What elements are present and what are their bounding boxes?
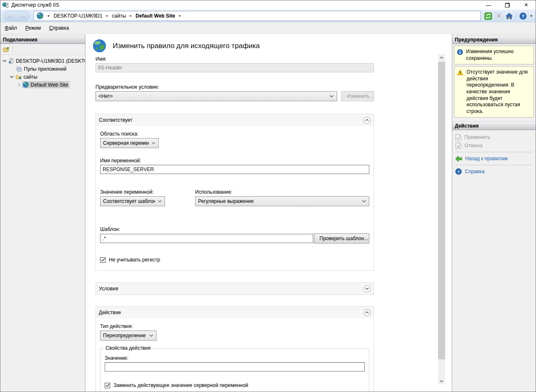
actions-header: Действия	[452, 121, 536, 130]
apply-label: Применить	[464, 134, 490, 140]
help-dropdown-caret-icon[interactable]: ▾	[530, 14, 532, 18]
actions-divider	[455, 165, 533, 165]
forward-nav-button[interactable]: →	[20, 13, 26, 19]
replace-value-row: Заменить действующее значение серверной …	[105, 382, 365, 388]
breadcrumb-separator-icon: ►	[178, 14, 181, 17]
menu-file[interactable]: Файл	[5, 25, 17, 31]
connections-panel: Подключения DESKTOP-U1MK9D1 (DESKTOP Пул…	[0, 34, 85, 392]
scope-select[interactable]: Серверная переменн	[100, 138, 159, 148]
match-section-body: Область поиска: Серверная переменн Имя п…	[96, 126, 374, 270]
home-icon[interactable]	[505, 12, 513, 20]
cancel-label: Отмена	[464, 143, 482, 149]
help-icon[interactable]: ?	[519, 12, 527, 20]
vertical-scrollbar[interactable]	[438, 54, 445, 384]
site-globe-icon	[23, 82, 29, 88]
actions-list: Применить Отмена Назад к правилам ? Спра…	[452, 130, 536, 176]
precondition-select[interactable]: <Нет>	[95, 91, 337, 101]
toolbar-divider	[516, 12, 516, 20]
warnings-header: Предупреждения	[452, 35, 536, 44]
iis-manager-window: Диспетчер служб IIS — × ← → ► DESKTOP-U1…	[0, 0, 536, 392]
breadcrumb-separator-icon: ►	[106, 14, 108, 17]
replace-value-checkbox[interactable]	[105, 383, 110, 388]
ignore-case-checkbox[interactable]	[100, 257, 106, 263]
variable-value-select[interactable]: Соответствует шаблону	[100, 196, 165, 206]
chevron-down-icon	[362, 200, 366, 202]
value-using-row: Значение переменной: Соответствует шабло…	[100, 189, 369, 206]
help-label: Справка	[465, 169, 484, 174]
scroll-down-button[interactable]	[438, 377, 445, 384]
action-properties-title: Свойства действия	[104, 345, 152, 351]
collapse-section-button[interactable]	[363, 309, 371, 316]
tree-selection[interactable]: Default Web Site	[22, 81, 70, 88]
chevron-up-icon	[440, 56, 443, 59]
edit-precondition-button: Изменить...	[341, 91, 374, 101]
menu-view[interactable]: Режим	[26, 25, 41, 31]
pattern-label: Шаблон:	[100, 226, 369, 232]
help-action[interactable]: ? Справка	[452, 167, 536, 176]
refresh-icon[interactable]	[484, 12, 492, 20]
menu-help[interactable]: Справка	[49, 25, 69, 31]
main-area: Подключения DESKTOP-U1MK9D1 (DESKTOP Пул…	[0, 34, 536, 392]
breadcrumb-item-default-web-site[interactable]: Default Web Site	[136, 13, 175, 19]
sites-folder-icon	[15, 74, 22, 80]
chevron-right-icon[interactable]	[18, 83, 21, 87]
info-alert-text: Изменения успешно сохранены.	[466, 49, 531, 61]
expand-section-button[interactable]	[363, 285, 371, 292]
chevron-down-icon[interactable]	[10, 75, 14, 78]
ignore-case-row: Не учитывать регистр	[100, 257, 369, 263]
precondition-block: Предварительное условие: <Нет> Изменить.…	[95, 84, 374, 101]
action-type-value: Переопределение	[103, 333, 146, 338]
action-properties-group: Свойства действия Значение: Заменить дей…	[100, 348, 369, 392]
scroll-up-button[interactable]	[438, 54, 445, 61]
globe-icon	[36, 12, 44, 20]
chevron-down-icon	[158, 200, 162, 202]
using-select[interactable]: Регулярные выражения	[195, 196, 369, 206]
tree-item-server[interactable]: DESKTOP-U1MK9D1 (DESKTOP	[0, 57, 85, 65]
scope-value: Серверная переменн	[103, 140, 149, 146]
nav-buttons: ← →	[4, 11, 30, 21]
minimize-button[interactable]: —	[479, 0, 498, 10]
tree-item-label: Default Web Site	[31, 82, 68, 88]
close-button[interactable]: ×	[517, 0, 536, 10]
app-icon	[2, 2, 9, 8]
breadcrumb-separator-icon: ►	[47, 14, 50, 17]
chevron-down-icon	[152, 142, 155, 144]
action-type-select[interactable]: Переопределение	[100, 331, 157, 341]
test-pattern-button[interactable]: Проверить шаблон...	[314, 233, 369, 243]
pattern-input[interactable]	[100, 234, 313, 243]
scrollbar-thumb[interactable]	[438, 62, 445, 359]
stop-icon	[495, 12, 502, 20]
collapse-section-button[interactable]	[363, 117, 371, 124]
chevron-down-icon	[365, 287, 369, 290]
breadcrumb-item-server[interactable]: DESKTOP-U1MK9D1	[54, 13, 102, 19]
page-title: Изменить правило для исходящего трафика	[113, 42, 260, 50]
save-connection-icon[interactable]	[3, 46, 10, 53]
ignore-case-label: Не учитывать регистр	[109, 257, 160, 263]
warning-alert-text: Отсутствует значение для действия переоп…	[466, 69, 531, 115]
variable-name-input[interactable]	[100, 165, 369, 174]
chevron-down-icon	[149, 334, 153, 337]
action-value-label: Значение:	[105, 355, 365, 361]
edit-outbound-rule-form: Изменить правило для исходящего трафика …	[95, 39, 374, 392]
tree-item-app-pools[interactable]: Пулы приложений	[0, 65, 85, 73]
tree-item-default-web-site[interactable]: Default Web Site	[0, 81, 85, 89]
scope-label: Область поиска:	[100, 131, 369, 137]
help-icon: ?	[455, 168, 462, 175]
apply-action: Применить	[452, 133, 536, 141]
connections-tree: DESKTOP-U1MK9D1 (DESKTOP Пулы приложений…	[0, 55, 85, 89]
precondition-label: Предварительное условие:	[95, 84, 374, 90]
replace-value-label: Заменить действующее значение серверной …	[113, 382, 248, 388]
back-nav-button[interactable]: ←	[8, 13, 13, 19]
variable-name-label: Имя переменной:	[100, 158, 369, 164]
scrollbar-track[interactable]	[438, 61, 445, 377]
action-value-input[interactable]	[105, 362, 365, 372]
back-to-rules-action[interactable]: Назад к правилам	[452, 154, 536, 163]
breadcrumb[interactable]: ► DESKTOP-U1MK9D1 ► сайты ► Default Web …	[34, 11, 481, 21]
chevron-down-icon[interactable]	[3, 59, 7, 62]
window-title: Диспетчер служб IIS	[11, 2, 59, 8]
address-toolbar: ? ▾	[484, 12, 532, 20]
conditions-section-title: Условия	[99, 286, 118, 292]
tree-item-sites[interactable]: сайты	[0, 73, 85, 81]
breadcrumb-item-sites[interactable]: сайты	[112, 13, 126, 19]
restore-button[interactable]	[498, 0, 517, 10]
